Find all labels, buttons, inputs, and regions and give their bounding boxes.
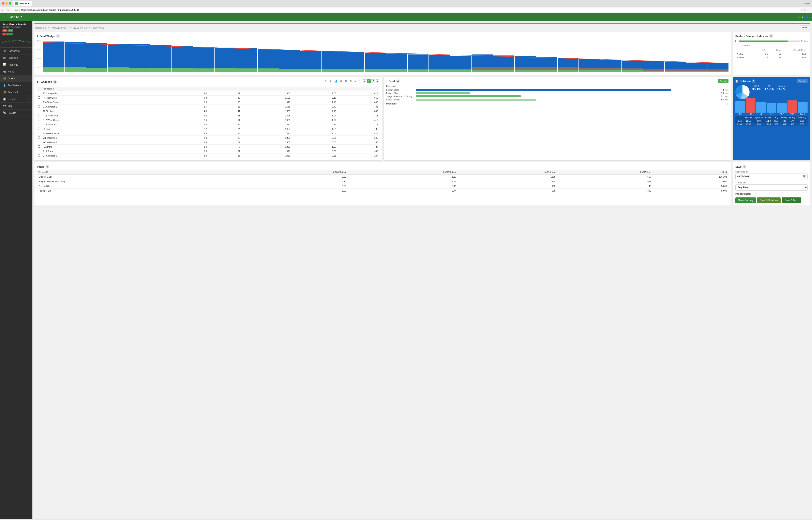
paddock-name-12: F12 Pond [42, 145, 170, 149]
totals-th-cost: Cost [653, 170, 729, 175]
bookmark-icon[interactable]: ☆ [803, 8, 806, 11]
menu-dots-icon[interactable]: ⋮ [807, 8, 810, 11]
reports-collapse-icon[interactable]: ‹ [29, 98, 30, 100]
feed-slot-select[interactable]: Day Feed [735, 184, 808, 190]
print-icon[interactable]: 🖨 [796, 16, 799, 19]
next-page-button[interactable]: › [376, 79, 379, 83]
totals-kgwet-herd-0: 1338 [458, 175, 557, 179]
nutr-label-starch: Starch [800, 113, 805, 115]
row-checkbox-9[interactable] [38, 132, 40, 134]
paddock-c4-2: 1.10 [292, 100, 338, 104]
hamburger-menu-icon[interactable]: ☰ [3, 15, 6, 19]
bar-26 [579, 59, 600, 72]
avg-growth-change-badge: -1 [2, 33, 6, 35]
row-checkbox-13[interactable] [38, 150, 40, 152]
row-checkbox-14[interactable] [38, 154, 40, 157]
totals-th-kgwet-herd: KgWet/Herd [458, 170, 557, 175]
sidebar-item-dashboard[interactable]: ⊞ Dashboard [0, 48, 32, 54]
tag-icon[interactable]: 🏷 [339, 79, 343, 83]
calendar-icon[interactable]: 📅 [803, 175, 806, 178]
close-dot[interactable] [2, 2, 4, 5]
page-2-button[interactable]: 2 [371, 79, 375, 83]
address-url[interactable]: https://pasture.io/smartfarm-sample--3/g… [21, 9, 79, 11]
save-previous-button[interactable]: Save & Previous [757, 198, 781, 203]
sidebar-item-herds[interactable]: 🐄 Herds [0, 68, 32, 75]
paddock-c1-14: 1.8 [170, 154, 208, 158]
feed-item-slider-3[interactable] [416, 99, 716, 101]
row-checkbox-11[interactable] [38, 141, 40, 143]
breadcrumb-date[interactable]: 2018-07-03 [73, 26, 87, 29]
dashboard-icon: ⊞ [3, 49, 6, 52]
dots-icon[interactable]: ⋮ [358, 79, 362, 83]
pdi-checkbox[interactable] [735, 40, 738, 42]
paddock-name-14: C3 Cameron 3 [42, 154, 170, 158]
fertilisations-icon: 💧 [3, 84, 6, 87]
minimize-dot[interactable] [5, 2, 8, 5]
breadcrumb-grazings[interactable]: Grazings [35, 26, 46, 29]
browser-tab[interactable]: Pasture.io [13, 1, 32, 6]
feedstuff-icon: 🌾 [3, 91, 6, 94]
feed-item-slider-1[interactable] [416, 92, 716, 94]
settings-icon[interactable]: ⚙ [344, 79, 348, 83]
hash-icon[interactable]: # [354, 79, 357, 83]
breadcrumb-milkers[interactable]: Milkers (450) [52, 26, 67, 29]
back-button[interactable]: Back [800, 25, 810, 30]
nutr-bar-starch: Starch [798, 102, 808, 115]
feed-item-fill-1 [416, 92, 470, 94]
row-checkbox-5[interactable] [38, 114, 40, 116]
row-checkbox-10[interactable] [38, 136, 40, 139]
split-icon[interactable]: ⊞ [328, 79, 333, 83]
save-next-button[interactable]: Save & Next [782, 198, 801, 203]
sidebar-item-map[interactable]: 🗺 Map [0, 103, 32, 109]
paddock-c5-1: 858 [338, 96, 379, 100]
recorded-on-input[interactable]: 03/07/2018 📅 [735, 174, 808, 179]
paddock-c4-12: 1.07 [292, 145, 338, 149]
prev-page-button[interactable]: ‹ [363, 79, 366, 83]
save-grazing-button[interactable]: Save Grazing [735, 198, 756, 203]
column-icon[interactable]: ⚙ [349, 79, 353, 83]
row-checkbox-12[interactable] [38, 146, 40, 148]
bar-18 [408, 54, 429, 72]
row-checkbox-8[interactable] [38, 128, 40, 130]
user-icon[interactable]: 👤 [805, 16, 809, 19]
row-checkbox-1[interactable] [38, 96, 40, 99]
bar-4 [108, 44, 129, 72]
paddock-name-0: F3 Cottage Flat [42, 91, 170, 96]
info-icon[interactable]: ℹ [802, 16, 803, 19]
feed-item-slider-2[interactable] [416, 95, 716, 97]
nutrition-title: Nutrition [740, 80, 751, 83]
nutr-actual-starch: 1605 [796, 123, 808, 126]
row-checkbox-2[interactable] [38, 101, 40, 103]
page-1-button[interactable]: 1 [367, 79, 371, 83]
chart-icon[interactable]: 📊 [333, 79, 338, 83]
feed-item-fill-0 [416, 89, 671, 91]
sidebar-item-fertilisations[interactable]: 💧 Fertilisations [0, 82, 32, 89]
nutrition-edit-button[interactable]: ✎ Edit [797, 79, 808, 83]
paddock-c1-10: 2.4 [170, 136, 208, 140]
row-checkbox-0[interactable] [38, 92, 40, 94]
paddock-c2-11: 12 [208, 140, 241, 145]
sidebar-item-feedstuff[interactable]: 🌾 Feedstuff [0, 89, 32, 96]
pdi-value: 5 [801, 40, 803, 42]
row-checkbox-7[interactable] [38, 123, 40, 125]
row-checkbox-4[interactable] [38, 110, 40, 112]
gear-icon[interactable]: ⚙ [324, 79, 328, 83]
pdi-slider[interactable] [739, 41, 800, 42]
refresh-button[interactable]: ↻ [7, 8, 9, 11]
paddock-c4-14: 0.61 [292, 154, 338, 158]
sidebar-item-paddocks[interactable]: ▦ Paddocks [0, 54, 32, 61]
forward-nav-button[interactable]: › [5, 8, 6, 11]
feed-edit-button[interactable]: ✎ Edit [718, 79, 729, 83]
feed-item-value-1: 0.5 [718, 92, 724, 94]
sidebar-item-readings[interactable]: 📊 Readings [0, 61, 32, 68]
back-nav-button[interactable]: ‹ [2, 8, 3, 11]
feed-item-name-0: Feedmix Silo [386, 89, 415, 91]
row-checkbox-6[interactable] [38, 119, 40, 121]
feed-expand-icon[interactable]: ⤢ [727, 102, 729, 105]
sidebar-item-grazing[interactable]: 🌿 Grazing [0, 75, 32, 82]
sidebar-item-satellite[interactable]: 📡 Satellite [0, 109, 32, 116]
maximize-dot[interactable] [9, 2, 11, 5]
sidebar-item-reports[interactable]: 📋 Reports ‹ [0, 96, 32, 103]
feed-item-slider-0[interactable] [416, 89, 716, 91]
row-checkbox-3[interactable] [38, 105, 40, 107]
